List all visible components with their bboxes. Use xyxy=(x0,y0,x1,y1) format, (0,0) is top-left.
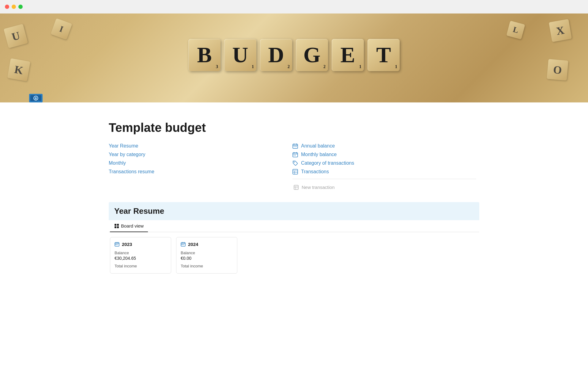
card-balance-label-2023: Balance xyxy=(115,251,167,255)
table-icon xyxy=(292,169,298,174)
svg-rect-35 xyxy=(115,244,116,245)
tile-e: E1 xyxy=(332,39,364,71)
board-view-icon xyxy=(114,224,119,228)
scatter-tile-k: K xyxy=(7,58,30,81)
link-year-category[interactable]: Year by category xyxy=(109,152,292,157)
minimize-button[interactable] xyxy=(12,5,16,9)
separator xyxy=(292,179,476,179)
transactions-label: Transactions xyxy=(301,169,329,174)
board-view-label: Board view xyxy=(121,223,144,228)
card-calendar-icon-2024 xyxy=(181,242,186,247)
link-category-transactions[interactable]: Category of transactions xyxy=(292,160,476,166)
page-icon: $ xyxy=(29,93,48,102)
svg-rect-29 xyxy=(115,226,116,228)
svg-rect-9 xyxy=(294,146,294,147)
section-title: Year Resume xyxy=(114,206,474,216)
svg-rect-23 xyxy=(294,185,298,190)
tile-u: U1 xyxy=(224,39,256,71)
tile-b: B3 xyxy=(188,39,221,71)
scatter-tile-l: L xyxy=(506,21,525,39)
year-resume-section: Year Resume Board view xyxy=(109,202,479,278)
calendar-icon-monthly xyxy=(292,152,298,157)
svg-rect-42 xyxy=(183,244,183,245)
card-income-label-2024: Total income xyxy=(181,264,233,268)
card-title-2024: 2024 xyxy=(188,242,198,247)
card-2024[interactable]: 2024 Balance €0.00 Total income xyxy=(176,237,237,274)
new-transaction-row[interactable]: New transaction xyxy=(292,185,476,190)
card-title-2023: 2023 xyxy=(122,242,132,247)
section-header: Year Resume xyxy=(109,202,479,220)
link-year-resume[interactable]: Year Resume xyxy=(109,143,292,149)
board-view-tab[interactable]: Board view xyxy=(110,220,148,232)
svg-text:$: $ xyxy=(35,97,36,100)
card-balance-label-2024: Balance xyxy=(181,251,233,255)
window-chrome xyxy=(0,0,588,13)
board-area: 2023 Balance €30,204.65 Total income xyxy=(109,232,479,278)
view-tabs: Board view xyxy=(109,220,479,232)
tile-d: D2 xyxy=(260,39,292,71)
link-monthly-balance[interactable]: Monthly balance xyxy=(292,152,476,157)
scatter-tile-x: X xyxy=(549,19,572,42)
left-nav: Year Resume Year by category Monthly Tra… xyxy=(109,143,292,190)
svg-rect-27 xyxy=(115,224,116,226)
new-transaction-label: New transaction xyxy=(302,185,335,190)
close-button[interactable] xyxy=(5,5,9,9)
scatter-tile-i: I xyxy=(51,18,72,40)
link-transactions[interactable]: Transactions xyxy=(292,169,476,174)
right-nav: Annual balance Monthly balance xyxy=(292,143,476,190)
tag-icon xyxy=(292,160,298,166)
card-balance-value-2024: €0.00 xyxy=(181,256,233,261)
card-income-label-2023: Total income xyxy=(115,264,167,268)
new-transaction-icon xyxy=(294,185,299,190)
card-header-2024: 2024 xyxy=(181,242,233,247)
svg-rect-11 xyxy=(296,146,297,147)
scatter-tile-u: U xyxy=(4,24,28,48)
card-balance-value-2023: €30,204.65 xyxy=(115,256,167,261)
card-header-2023: 2023 xyxy=(115,242,167,247)
link-monthly[interactable]: Monthly xyxy=(109,160,292,166)
tile-t: T1 xyxy=(368,39,400,71)
tile-g: G2 xyxy=(296,39,328,71)
svg-rect-41 xyxy=(182,244,182,245)
svg-rect-10 xyxy=(295,146,296,147)
svg-rect-16 xyxy=(294,155,294,155)
svg-rect-28 xyxy=(117,224,119,226)
maximize-button[interactable] xyxy=(18,5,23,9)
link-annual-balance[interactable]: Annual balance xyxy=(292,143,476,149)
scatter-tile-o: O xyxy=(547,59,568,80)
annual-balance-label: Annual balance xyxy=(301,143,335,149)
links-grid: Year Resume Year by category Monthly Tra… xyxy=(109,143,476,190)
scattered-tiles: U K I X O L xyxy=(0,13,588,102)
svg-point-18 xyxy=(294,162,295,163)
card-2023[interactable]: 2023 Balance €30,204.65 Total income xyxy=(110,237,171,274)
svg-rect-17 xyxy=(295,155,296,155)
card-calendar-icon-2023 xyxy=(115,242,119,247)
svg-rect-36 xyxy=(117,244,117,245)
category-transactions-label: Category of transactions xyxy=(301,160,354,166)
hero-banner: U K I X O L B3 U1 D2 G2 E1 T1 $ xyxy=(0,13,588,102)
calendar-icon-annual xyxy=(292,143,298,149)
monthly-balance-label: Monthly balance xyxy=(301,152,337,157)
svg-rect-30 xyxy=(117,226,119,228)
page-title: Template budget xyxy=(109,121,479,135)
content-area: Template budget Year Resume Year by cate… xyxy=(80,121,508,278)
link-transactions-resume[interactable]: Transactions resume xyxy=(109,169,292,174)
svg-rect-19 xyxy=(293,169,298,174)
page-wrapper: U K I X O L B3 U1 D2 G2 E1 T1 $ xyxy=(0,13,588,278)
money-icon: $ xyxy=(29,93,44,102)
